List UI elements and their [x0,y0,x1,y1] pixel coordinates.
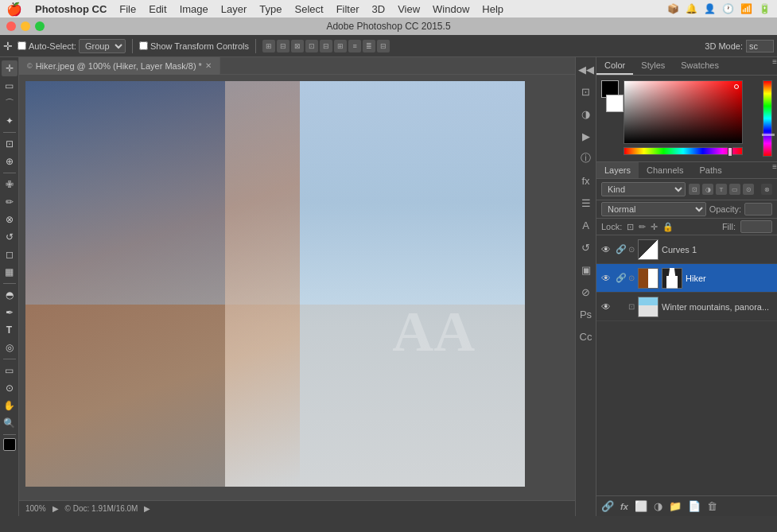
pen-tool[interactable]: ✒ [2,305,17,320]
history-icon[interactable]: ↺ [577,239,595,256]
hue-bar[interactable] [624,147,743,155]
auto-select-checkbox[interactable] [17,41,26,50]
hand-tool[interactable]: ✋ [2,398,17,414]
layer-adjustment-bottom-icon[interactable]: ◑ [654,500,662,512]
shape-filter-icon[interactable]: ▭ [729,184,740,195]
ps-icon[interactable]: Ps [577,305,595,323]
3d-mode-input[interactable] [746,40,774,52]
type-tool[interactable]: T [2,322,17,338]
zoom-tool[interactable]: 🔍 [2,415,17,431]
opacity-input[interactable]: 100% [744,203,772,216]
document-tab[interactable]: © Hiker.jpeg @ 100% (Hiker, Layer Mask/8… [19,57,220,75]
close-button[interactable] [6,21,16,31]
fx-icon[interactable]: fx [577,172,595,189]
layers-panel-menu[interactable]: ≡ [772,162,777,178]
magic-wand-tool[interactable]: ✦ [2,113,17,129]
delete-layer-icon[interactable]: 🗑 [707,500,717,512]
minimize-button[interactable] [21,21,30,31]
layer-link-bottom-icon[interactable]: 🔗 [601,500,614,512]
path-selection-tool[interactable]: ◎ [2,340,17,355]
tab-close-button[interactable]: ✕ [205,61,212,70]
lasso-tool[interactable]: ⌒ [2,95,17,111]
layer-visibility-toggle[interactable]: 👁 [600,243,612,256]
healing-brush-tool[interactable]: ✙ [2,177,17,192]
menu-image[interactable]: Image [180,3,208,15]
fg-color-swatch[interactable] [3,438,16,451]
align-middle-icon[interactable]: ⊟ [320,40,332,52]
status-arrow[interactable]: ▶ [52,504,59,513]
canvas-wrapper[interactable]: AA [19,75,575,500]
tab-channels[interactable]: Channels [639,162,691,178]
menu-file[interactable]: File [119,3,136,15]
history-brush-tool[interactable]: ↺ [2,229,17,245]
brush-preset-icon[interactable]: ☰ [577,194,595,212]
selection-tool[interactable]: ▭ [2,78,17,94]
info-icon[interactable]: ⓘ [577,150,595,167]
canvas[interactable]: AA [25,81,525,487]
adjustment-filter-icon[interactable]: ◑ [702,184,713,195]
menu-view[interactable]: View [398,3,420,15]
maximize-button[interactable] [35,21,45,31]
brush-tool[interactable]: ✏ [2,194,17,210]
align-top-icon[interactable]: ⊡ [305,40,318,52]
distribute-extra-icon[interactable]: ⊟ [377,40,390,52]
pixel-filter-icon[interactable]: ⊡ [689,184,700,195]
lock-transparent-icon[interactable]: ⊡ [627,222,634,232]
tab-styles[interactable]: Styles [633,57,673,75]
layer-item[interactable]: 👁 🔗 ⊙ Hiker [596,264,777,293]
auto-select-dropdown[interactable]: Group Layer [79,39,126,53]
menu-edit[interactable]: Edit [149,3,166,15]
char-icon[interactable]: A [577,216,595,234]
gradient-tool[interactable]: ▦ [2,264,17,280]
smartobj-filter-icon[interactable]: ⊙ [743,184,754,195]
menu-3d[interactable]: 3D [372,3,386,15]
layer-item[interactable]: 👁 🔗 ⊙ Curves 1 [596,235,777,264]
lock-all-icon[interactable]: 🔒 [662,222,674,232]
tab-paths[interactable]: Paths [692,162,730,178]
eyedropper-tool[interactable]: ⊕ [2,153,17,169]
new-layer-icon[interactable]: 📄 [688,500,701,512]
layer-mask-thumbnail[interactable] [662,268,682,289]
menu-help[interactable]: Help [482,3,503,15]
eraser-tool[interactable]: ◻ [2,247,17,262]
blend-mode-select[interactable]: Normal Multiply Screen Overlay [601,202,706,216]
properties-icon[interactable]: ⊡ [577,83,595,100]
menu-filter[interactable]: Filter [336,3,359,15]
layer-visibility-toggle[interactable]: 👁 [600,272,612,285]
status-expand-arrow[interactable]: ▶ [144,504,150,513]
show-transform-checkbox[interactable] [139,41,148,50]
rotate-3d-tool[interactable]: ⊙ [2,380,17,396]
tab-layers[interactable]: Layers [596,162,639,178]
background-color[interactable] [606,95,624,112]
actions-icon[interactable]: ▣ [577,261,595,278]
crop-tool[interactable]: ⊡ [2,136,17,152]
paths-strip-icon[interactable]: ⊘ [577,283,595,301]
layer-fx-bottom-icon[interactable]: fx [620,502,628,511]
lock-position-icon[interactable]: ✛ [651,222,658,232]
color-panel-menu[interactable]: ≡ [772,57,777,75]
lock-image-icon[interactable]: ✏ [639,222,646,232]
tab-swatches[interactable]: Swatches [673,57,727,75]
layers-kind-select[interactable]: Kind Name Effect [601,182,686,196]
cc-icon[interactable]: Cc [577,328,595,345]
menu-layer[interactable]: Layer [221,3,247,15]
menu-type[interactable]: Type [259,3,282,15]
align-left-icon[interactable]: ⊞ [262,40,275,52]
align-center-icon[interactable]: ⊟ [277,40,289,52]
dodge-tool[interactable]: ◓ [2,287,17,303]
layer-item[interactable]: 👁 ⊡ Winter mountains, panora... [596,293,777,321]
distribute-h-icon[interactable]: ≡ [348,40,361,52]
vertical-hue-strip[interactable] [763,80,772,157]
panel-expand-icon[interactable]: ◀◀ [577,60,595,78]
tab-color[interactable]: Color [596,57,633,75]
menu-window[interactable]: Window [433,3,469,15]
hue-handle[interactable] [728,147,732,157]
new-group-icon[interactable]: 📁 [669,500,682,512]
adjustments-icon[interactable]: ◑ [577,105,595,122]
layer-mask-bottom-icon[interactable]: ⬜ [635,500,647,512]
text-filter-icon[interactable]: T [716,184,727,195]
rectangle-tool[interactable]: ▭ [2,363,17,379]
stamp-tool[interactable]: ⊗ [2,212,17,227]
align-right-icon[interactable]: ⊠ [291,40,304,52]
color-spectrum[interactable] [624,80,743,144]
